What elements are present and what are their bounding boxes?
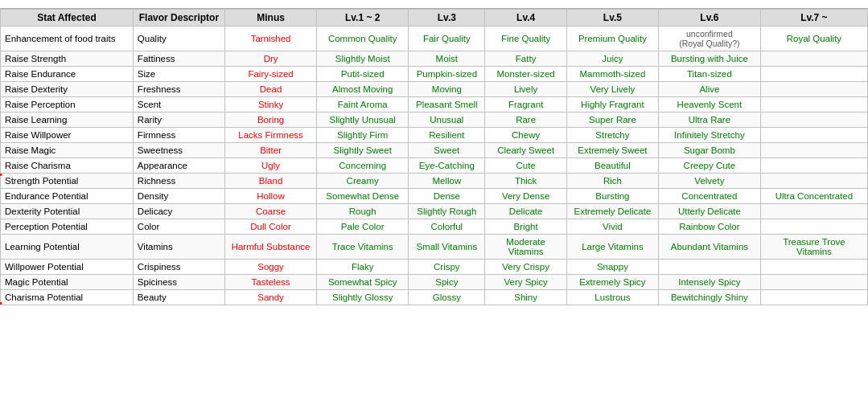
- flavor-cell: Scent: [133, 97, 224, 112]
- lv4-cell: Very Spicy: [485, 275, 566, 290]
- minus-cell: Stinky: [225, 97, 317, 112]
- lv3-cell: Sweet: [409, 143, 485, 158]
- minus-cell: Coarse: [225, 204, 317, 219]
- lv3-cell: Moving: [409, 82, 485, 97]
- minus-cell: Tasteless: [225, 275, 317, 290]
- stat-cell: Raise Strength: [1, 51, 134, 67]
- table-row: Raise PerceptionScentStinkyFaint AromaPl…: [1, 97, 868, 112]
- table-row: Perception PotentialColorDull ColorPale …: [1, 219, 868, 235]
- lv7-cell: [760, 275, 867, 290]
- flavor-cell: Freshness: [133, 82, 224, 97]
- minus-cell: Fairy-sized: [225, 67, 317, 82]
- lv4-cell: Monster-sized: [485, 67, 566, 82]
- table-row: Raise WillpowerFirmnessLacks FirmnessSli…: [1, 128, 868, 143]
- minus-cell: Dead: [225, 82, 317, 97]
- flavor-cell: Beauty: [133, 290, 224, 305]
- flavor-cell: Fattiness: [133, 51, 224, 67]
- lv5-cell: Juicy: [566, 51, 658, 67]
- stat-cell: Raise Perception: [1, 97, 134, 112]
- minus-cell: Dry: [225, 51, 317, 67]
- lv1-cell: Trace Vitamins: [317, 235, 409, 260]
- table-row: Raise MagicSweetnessBitterSlightly Sweet…: [1, 143, 868, 158]
- lv1-cell: Flaky: [317, 260, 409, 275]
- lv4-cell: Very Dense: [485, 189, 566, 204]
- lv3-cell: Fair Quality: [409, 27, 485, 51]
- lv6-cell: Abundant Vitamins: [658, 235, 760, 260]
- stat-cell: Raise Charisma: [1, 158, 134, 174]
- lv4-cell: Clearly Sweet: [485, 143, 566, 158]
- stat-cell: Enhancement of food traits: [1, 27, 134, 51]
- table-header-row: Stat AffectedFlavor DescriptorMinusLv.1 …: [1, 10, 868, 27]
- lv5-cell: Extremely Delicate: [566, 204, 658, 219]
- lv5-cell: Snappy: [566, 260, 658, 275]
- flavor-cell: Firmness: [133, 128, 224, 143]
- stat-cell: Perception Potential: [1, 219, 134, 235]
- flavor-cell: Spiciness: [133, 275, 224, 290]
- column-header-lv.7-~: Lv.7 ~: [760, 10, 867, 27]
- lv7-cell: [760, 112, 867, 128]
- lv6-cell: [658, 260, 760, 275]
- lv1-cell: Slightly Sweet: [317, 143, 409, 158]
- stat-cell: Raise Dexterity: [1, 82, 134, 97]
- lv5-cell: Rich: [566, 174, 658, 189]
- lv1-cell: Somewhat Dense: [317, 189, 409, 204]
- lv7-cell: [760, 204, 867, 219]
- lv4-cell: Cute: [485, 158, 566, 174]
- lv1-cell: Slightly Glossy: [317, 290, 409, 305]
- stat-cell: Charisma Potential: [1, 290, 134, 305]
- lv3-cell: Colorful: [409, 219, 485, 235]
- lv6-cell: unconfirmed(Royal Quality?): [658, 27, 760, 51]
- lv6-cell: Sugar Bomb: [658, 143, 760, 158]
- minus-cell: Tarnished: [225, 27, 317, 51]
- table-row: Dexterity PotentialDelicacyCoarseRoughSl…: [1, 204, 868, 219]
- lv7-cell: [760, 260, 867, 275]
- lv7-cell: [760, 290, 867, 305]
- column-header-flavor-descriptor: Flavor Descriptor: [133, 10, 224, 27]
- lv6-cell: Titan-sized: [658, 67, 760, 82]
- lv5-cell: Super Rare: [566, 112, 658, 128]
- lv6-cell: Bursting with Juice: [658, 51, 760, 67]
- lv6-cell: Heavenly Scent: [658, 97, 760, 112]
- table-row: Raise CharismaAppearanceUglyConcerningEy…: [1, 158, 868, 174]
- stat-cell: Raise Endurance: [1, 67, 134, 82]
- flavor-cell: Richness: [133, 174, 224, 189]
- column-header-lv.6: Lv.6: [658, 10, 760, 27]
- stat-cell: Willpower Potential: [1, 260, 134, 275]
- lv4-cell: Fragrant: [485, 97, 566, 112]
- lv5-cell: Mammoth-sized: [566, 67, 658, 82]
- table-row: Raise DexterityFreshnessDeadAlmost Movin…: [1, 82, 868, 97]
- lv5-cell: Bursting: [566, 189, 658, 204]
- lv6-cell: Velvety: [658, 174, 760, 189]
- lv7-cell: [760, 51, 867, 67]
- lv7-cell: [760, 174, 867, 189]
- table-row: Raise StrengthFattinessDrySlightly Moist…: [1, 51, 868, 67]
- lv1-cell: Somewhat Spicy: [317, 275, 409, 290]
- column-header-stat-affected: Stat Affected: [1, 10, 134, 27]
- stat-cell: Dexterity Potential: [1, 204, 134, 219]
- lv5-cell: Very Lively: [566, 82, 658, 97]
- lv7-cell: [760, 219, 867, 235]
- lv1-cell: Almost Moving: [317, 82, 409, 97]
- lv3-cell: Eye-Catching: [409, 158, 485, 174]
- lv4-cell: Fine Quality: [485, 27, 566, 51]
- flavor-cell: Vitamins: [133, 235, 224, 260]
- minus-cell: Sandy: [225, 290, 317, 305]
- lv7-cell: [760, 67, 867, 82]
- lv4-cell: Fatty: [485, 51, 566, 67]
- lv7-cell: [760, 158, 867, 174]
- food-traits-table: Stat AffectedFlavor DescriptorMinusLv.1 …: [0, 9, 868, 305]
- flavor-cell: Density: [133, 189, 224, 204]
- minus-cell: Bland: [225, 174, 317, 189]
- minus-cell: Soggy: [225, 260, 317, 275]
- lv1-cell: Slightly Firm: [317, 128, 409, 143]
- lv3-cell: Dense: [409, 189, 485, 204]
- table-row: Raise LearningRarityBoringSlightly Unusu…: [1, 112, 868, 128]
- lv6-cell: Concentrated: [658, 189, 760, 204]
- table-row: Charisma PotentialBeautySandySlightly Gl…: [1, 290, 868, 305]
- flavor-cell: Size: [133, 67, 224, 82]
- lv7-cell: [760, 143, 867, 158]
- lv4-cell: Delicate: [485, 204, 566, 219]
- lv6-cell: Creepy Cute: [658, 158, 760, 174]
- stat-cell: Magic Potential: [1, 275, 134, 290]
- stat-cell: Raise Magic: [1, 143, 134, 158]
